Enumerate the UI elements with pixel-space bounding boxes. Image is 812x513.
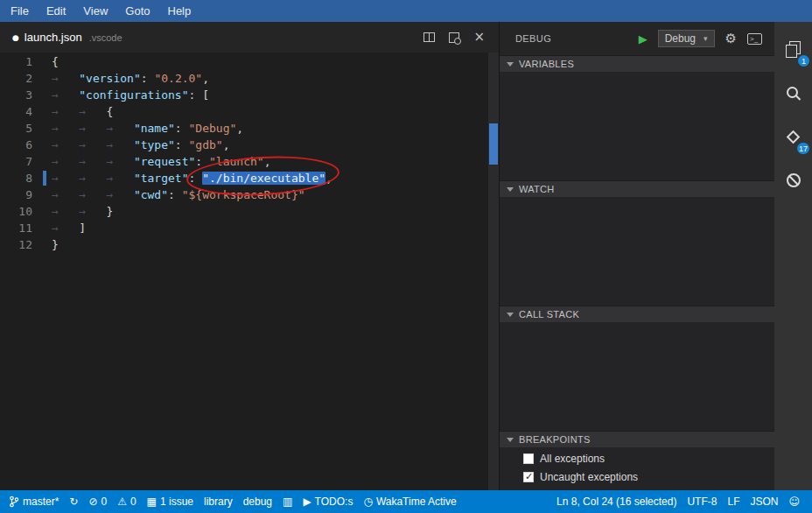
code-line-5[interactable]: 5→→→"name": "Debug", [0, 120, 499, 137]
collapse-arrow-icon [507, 438, 514, 442]
sync-icon: ↻ [69, 496, 78, 507]
json-punctuation: } [107, 205, 114, 218]
code-line-4[interactable]: 4→→{ [0, 103, 499, 120]
close-tab-icon[interactable]: × [473, 31, 485, 44]
tab-whitespace-icon: → [52, 103, 79, 120]
tab-whitespace-icon: → [52, 170, 79, 186]
code-line-9[interactable]: 9→→→"cwd": "${workspaceRoot}" [0, 186, 499, 203]
workbench: ● launch.json .vscode × 1{2→"version": "… [0, 22, 812, 490]
status-outline[interactable]: ▥ [277, 490, 298, 513]
breakpoint-row: Uncaught exceptions [500, 467, 774, 486]
activity-search[interactable] [774, 71, 812, 115]
activity-debug-disabled[interactable] [774, 158, 812, 202]
line-number[interactable]: 5 [0, 120, 40, 137]
status-folder-debug[interactable]: debug [238, 490, 277, 513]
status-sync[interactable]: ↻ [64, 490, 83, 513]
code-line-8[interactable]: 8→→→"target": "./bin/executable", [0, 170, 499, 186]
code-line-6[interactable]: 6→→→"type": "gdb", [0, 137, 499, 153]
checkbox-unchecked[interactable] [523, 453, 534, 464]
json-key: "target" [134, 172, 189, 185]
menu-item-help[interactable]: Help [159, 0, 200, 22]
code-line-7[interactable]: 7→→→"request": "launch", [0, 153, 499, 170]
line-number[interactable]: 12 [0, 236, 40, 253]
section-header-call-stack[interactable]: CALL STACK [500, 306, 774, 322]
menu-item-edit[interactable]: Edit [38, 0, 74, 22]
line-number[interactable]: 11 [0, 220, 40, 236]
open-preview-icon[interactable] [449, 32, 459, 43]
tab-file-path: .vscode [89, 32, 122, 43]
json-key: "type" [134, 138, 175, 151]
tab-launch-json[interactable]: ● launch.json .vscode [0, 22, 133, 53]
code-editor[interactable]: 1{2→"version": "0.2.0",3→"configurations… [0, 53, 499, 490]
line-number[interactable]: 7 [0, 153, 40, 170]
unsaved-dot-icon: ● [12, 33, 19, 42]
debug-sections: VARIABLESWATCHCALL STACKBREAKPOINTSAll e… [500, 55, 774, 490]
status-feedback[interactable]: ☺ [783, 490, 805, 513]
status-cursor-position[interactable]: Ln 8, Col 24 (16 selected) [551, 490, 682, 513]
code-line-2[interactable]: 2→"version": "0.2.0", [0, 70, 499, 87]
code-line-1[interactable]: 1{ [0, 53, 499, 70]
status-eol[interactable]: LF [722, 490, 745, 513]
status-label: LF [727, 495, 739, 508]
status-todos[interactable]: ▶TODO:s [298, 490, 358, 513]
status-folder-library[interactable]: library [199, 490, 238, 513]
warning-icon: ⚠ [117, 496, 127, 507]
json-punctuation: , [236, 122, 243, 135]
editor-scrollbar[interactable] [488, 53, 499, 490]
section-body-call-stack [500, 322, 774, 431]
line-number[interactable]: 9 [0, 186, 40, 203]
activity-git[interactable]: 17 [774, 115, 812, 158]
json-key: "request" [134, 155, 195, 168]
selected-text: "./bin/executable" [202, 172, 326, 185]
start-debugging-icon[interactable]: ▶ [639, 32, 648, 46]
breakpoint-label: Uncaught exceptions [540, 471, 638, 483]
gear-icon[interactable]: ⚙ [725, 31, 737, 46]
tab-whitespace-icon: → [52, 186, 79, 203]
section-header-watch[interactable]: WATCH [500, 180, 774, 197]
tab-whitespace-icon: → [52, 220, 79, 236]
cursor-line-marker [43, 171, 46, 186]
code-line-3[interactable]: 3→"configurations": [ [0, 87, 499, 103]
tab-whitespace-icon: → [52, 70, 79, 87]
line-number[interactable]: 6 [0, 137, 40, 153]
error-icon: ⊘ [88, 496, 97, 507]
debug-config-dropdown[interactable]: Debug ▾ [658, 30, 715, 47]
status-label: TODO:s [315, 495, 354, 508]
tab-whitespace-icon: → [52, 153, 79, 170]
debug-console-icon[interactable] [747, 33, 762, 45]
line-number[interactable]: 2 [0, 70, 40, 87]
menu-item-view[interactable]: View [74, 0, 116, 22]
vscode-window: FileEditViewGotoHelp ● launch.json .vsco… [0, 0, 812, 513]
line-number[interactable]: 3 [0, 87, 40, 103]
status-wakatime[interactable]: ◷WakaTime Active [358, 490, 461, 513]
status-issues[interactable]: ▦1 issue [142, 490, 199, 513]
status-label: master* [23, 495, 59, 508]
menu-item-file[interactable]: File [2, 0, 38, 22]
tab-whitespace-icon: → [79, 153, 106, 170]
section-header-variables[interactable]: VARIABLES [500, 55, 774, 72]
line-number[interactable]: 1 [0, 53, 40, 70]
status-encoding[interactable]: UTF-8 [682, 490, 722, 513]
activity-explorer[interactable]: 1 [774, 27, 812, 71]
status-language-mode[interactable]: JSON [745, 490, 783, 513]
tab-whitespace-icon: → [107, 186, 134, 203]
status-left: master*↻⊘0⚠0▦1 issuelibrarydebug▥▶TODO:s… [4, 490, 462, 513]
checkbox-checked[interactable] [523, 472, 534, 482]
status-warning-count[interactable]: ⚠0 [112, 490, 141, 513]
line-number[interactable]: 8 [0, 170, 40, 186]
tab-whitespace-icon: → [79, 170, 106, 186]
menu-item-goto[interactable]: Goto [116, 0, 158, 22]
status-error-count[interactable]: ⊘0 [83, 490, 112, 513]
status-label: 1 issue [160, 495, 193, 508]
split-editor-icon[interactable] [424, 32, 435, 42]
editor-actions: × [424, 31, 499, 44]
section-header-breakpoints[interactable]: BREAKPOINTS [500, 431, 774, 447]
status-git-branch[interactable]: master* [4, 490, 64, 513]
line-number[interactable]: 10 [0, 203, 40, 220]
code-line-12[interactable]: 12} [0, 236, 499, 253]
code-line-11[interactable]: 11→] [0, 220, 499, 236]
status-label: 0 [101, 495, 107, 508]
json-string: "gdb" [189, 138, 223, 151]
line-number[interactable]: 4 [0, 103, 40, 120]
code-line-10[interactable]: 10→→} [0, 203, 499, 220]
